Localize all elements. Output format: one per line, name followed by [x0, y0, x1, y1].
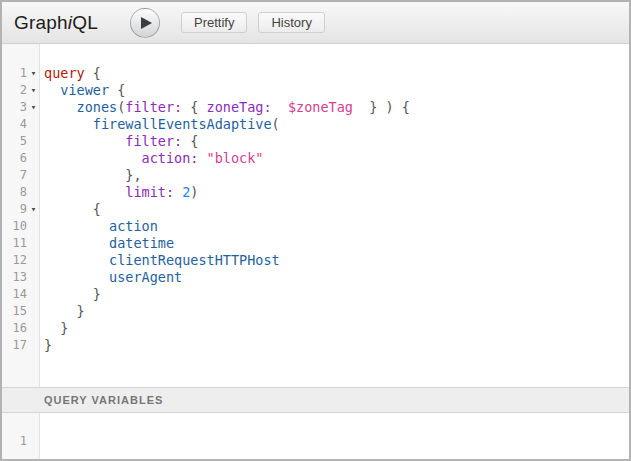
code-line[interactable]: limit: 2)	[44, 184, 629, 201]
code-line[interactable]: }	[44, 337, 629, 354]
code-line[interactable]: clientRequestHTTPHost	[44, 252, 629, 269]
line-number: 11	[2, 235, 27, 252]
line-number: 10	[2, 218, 27, 235]
code-line[interactable]: },	[44, 167, 629, 184]
code-line[interactable]: datetime	[44, 235, 629, 252]
code-line[interactable]: }	[44, 320, 629, 337]
variables-editor[interactable]: 1 {"zoneTag":""}	[2, 413, 629, 459]
code-line[interactable]: }	[44, 286, 629, 303]
line-number: 4	[2, 116, 27, 133]
code-line[interactable]: userAgent	[44, 269, 629, 286]
code-line[interactable]: query {	[44, 65, 629, 82]
execute-button[interactable]	[130, 8, 160, 38]
variables-title-bar[interactable]: QUERY VARIABLES	[2, 387, 629, 413]
line-number: 9	[2, 201, 27, 218]
toolbar: GraphiQL Prettify History	[2, 2, 629, 44]
graphiql-app: GraphiQL Prettify History 1▾2▾3▾456789▾1…	[0, 0, 631, 461]
code-line[interactable]: filter: {	[44, 133, 629, 150]
line-number: 15	[2, 303, 27, 320]
line-number: 2	[2, 82, 27, 99]
line-number: 16	[2, 320, 27, 337]
variables-gutter: 1	[2, 413, 40, 459]
query-editor[interactable]: 1▾2▾3▾456789▾1011121314151617 query { vi…	[2, 44, 629, 387]
line-number: 1	[2, 433, 27, 450]
code-line[interactable]: viewer {	[44, 82, 629, 99]
line-number: 3	[2, 99, 27, 116]
line-number: 17	[2, 337, 27, 354]
prettify-button[interactable]: Prettify	[181, 12, 247, 33]
line-number: 13	[2, 269, 27, 286]
code-line[interactable]: {	[44, 201, 629, 218]
play-icon	[141, 17, 152, 29]
code-line[interactable]: }	[44, 303, 629, 320]
fold-arrow-icon[interactable]: ▾	[27, 65, 40, 82]
line-number: 8	[2, 184, 27, 201]
line-number: 7	[2, 167, 27, 184]
query-code[interactable]: query { viewer { zones(filter: { zoneTag…	[40, 44, 629, 387]
line-number: 5	[2, 133, 27, 150]
code-line[interactable]: firewallEventsAdaptive(	[44, 116, 629, 133]
line-number: 1	[2, 65, 27, 82]
fold-arrow-icon[interactable]: ▾	[27, 201, 40, 218]
app-title-part: QL	[72, 12, 98, 33]
line-number: 14	[2, 286, 27, 303]
app-title-part: Graph	[14, 12, 68, 33]
line-number: 12	[2, 252, 27, 269]
app-title: GraphiQL	[14, 12, 98, 34]
code-line[interactable]: zones(filter: { zoneTag: $zoneTag } ) {	[44, 99, 629, 116]
editor-gutter: 1▾2▾3▾456789▾1011121314151617	[2, 44, 40, 387]
fold-arrow-icon[interactable]: ▾	[27, 82, 40, 99]
code-line[interactable]: action	[44, 218, 629, 235]
variables-code[interactable]: {"zoneTag":""}	[40, 413, 629, 459]
history-button[interactable]: History	[258, 12, 324, 33]
fold-arrow-icon[interactable]: ▾	[27, 99, 40, 116]
line-number: 6	[2, 150, 27, 167]
code-line[interactable]: action: "block"	[44, 150, 629, 167]
variables-title: QUERY VARIABLES	[44, 394, 163, 406]
